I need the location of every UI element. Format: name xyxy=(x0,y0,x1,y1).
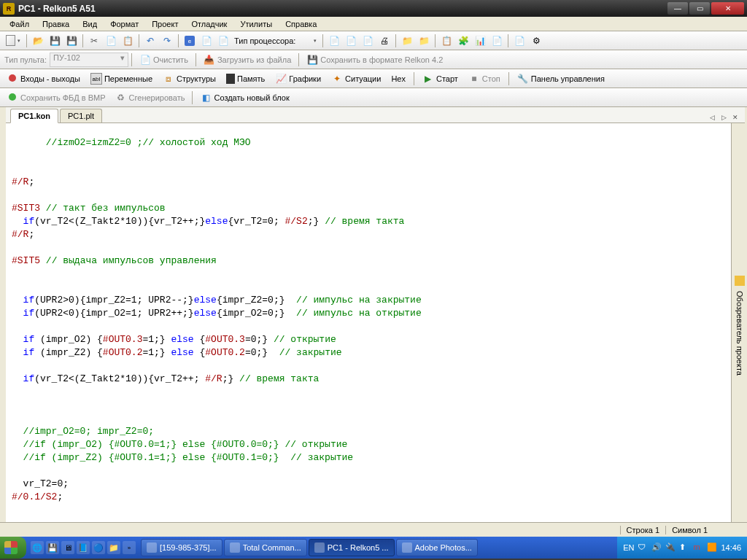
save-button[interactable]: 💾 xyxy=(47,33,63,49)
clear-button[interactable]: 📄Очистить xyxy=(135,52,193,68)
new-button[interactable] xyxy=(2,33,18,49)
ql-4[interactable]: 📘 xyxy=(77,541,90,554)
project-explorer-tab[interactable]: Обозреватель проекта xyxy=(731,123,745,522)
tab-next-icon[interactable]: ▷ xyxy=(719,112,729,122)
minimize-button[interactable]: — xyxy=(667,2,688,15)
code-editor[interactable]: //izmO2=izmZ2=0 ;// холостой ход МЭО #/R… xyxy=(6,123,731,522)
taskbar-item-0[interactable]: [159-985-375]... xyxy=(141,539,222,556)
code-line[interactable]: //impr_O2=0; impr_Z2=0; xyxy=(12,425,725,438)
tray-icon-2[interactable]: 🔊 xyxy=(651,542,662,553)
code-line[interactable] xyxy=(12,320,725,333)
copy-button[interactable]: 📄 xyxy=(103,33,119,49)
doc-b-button[interactable]: 📄 xyxy=(215,33,231,49)
tb-btn-6[interactable]: 📁 xyxy=(416,33,432,49)
code-line[interactable]: //izmO2=izmZ2=0 ;// холостой ход МЭО xyxy=(12,136,725,149)
code-line[interactable] xyxy=(12,464,725,478)
open-button[interactable]: 📂 xyxy=(30,33,46,49)
code-line[interactable]: //if (impr_O2) {#OUT0.0=1;} else {#OUT0.… xyxy=(12,438,725,451)
tb-btn-11[interactable]: 📄 xyxy=(511,33,527,49)
tab-close-icon[interactable]: ✕ xyxy=(730,112,740,122)
menu-debug[interactable]: Отладчик xyxy=(185,18,233,30)
code-line[interactable] xyxy=(12,268,725,281)
stop-button[interactable]: ■Стоп xyxy=(464,71,505,87)
doc-a-button[interactable]: 📄 xyxy=(198,33,214,49)
code-line[interactable]: #SIT3 // такт без импульсов xyxy=(12,202,725,215)
tb-btn-9[interactable]: 📊 xyxy=(472,33,488,49)
saveall-button[interactable]: 💾 xyxy=(63,33,80,49)
code-line[interactable]: //if (impr_Z2) {#OUT0.1=1;} else {#OUT0.… xyxy=(12,451,725,464)
tab-pc1-plt[interactable]: PC1.plt xyxy=(60,109,102,122)
code-line[interactable] xyxy=(12,149,725,163)
taskbar-item-1[interactable]: Total Comman... xyxy=(224,539,307,556)
ql-more[interactable]: » xyxy=(123,541,136,554)
structs-button[interactable]: ⧈Структуры xyxy=(158,71,220,87)
newblock-button[interactable]: ◧Создать новый блок xyxy=(196,90,293,106)
taskbar-item-2[interactable]: PC1 - Relkon5 ... xyxy=(309,539,395,556)
code-line[interactable]: #/0.1/S2; xyxy=(12,491,725,504)
close-button[interactable]: ✕ xyxy=(711,2,744,15)
tray-clock[interactable]: 14:46 xyxy=(721,543,741,552)
tray-lang[interactable]: EN xyxy=(623,543,634,552)
code-line[interactable]: if (impr_Z2) {#OUT0.2=1;} else {#OUT0.2=… xyxy=(12,346,725,359)
code-line[interactable]: #/R; xyxy=(12,176,725,189)
vars-button[interactable]: ablПеременные xyxy=(86,71,157,87)
console-combo[interactable]: ПУ-102 xyxy=(50,52,128,67)
cut-button[interactable]: ✂ xyxy=(86,33,102,49)
hex-button[interactable]: Hex xyxy=(387,71,410,87)
tb-btn-8[interactable]: 🧩 xyxy=(455,33,471,49)
globe-button[interactable]: e xyxy=(182,33,198,49)
mem-button[interactable]: Память xyxy=(222,71,269,87)
code-line[interactable]: if(UPR2>0){impr_Z2=1; UPR2--;}else{impr_… xyxy=(12,294,725,307)
code-line[interactable]: if(UPR2<0){impr_O2=1; UPR2++;}else{impr_… xyxy=(12,307,725,320)
code-line[interactable]: vr_T2=0; xyxy=(12,478,725,491)
ql-3[interactable]: 🖥 xyxy=(61,541,74,554)
redo-button[interactable]: ↷ xyxy=(159,33,175,49)
start-button[interactable]: ▶Старт xyxy=(418,71,462,87)
code-line[interactable] xyxy=(12,189,725,202)
menu-help[interactable]: Справка xyxy=(279,18,323,30)
io-button[interactable]: Входы - выходы xyxy=(2,71,85,87)
tray-icon-5[interactable]: m xyxy=(693,542,703,553)
code-line[interactable] xyxy=(12,386,725,399)
tb-btn-4[interactable]: 🖨 xyxy=(376,33,392,49)
menu-file[interactable]: Файл xyxy=(3,18,36,30)
tb-btn-10[interactable]: 📄 xyxy=(489,33,505,49)
tray-icon-3[interactable]: 🔌 xyxy=(665,542,676,553)
code-line[interactable] xyxy=(12,241,725,254)
ql-1[interactable]: 🌐 xyxy=(31,541,44,554)
code-line[interactable] xyxy=(12,412,725,425)
menu-project[interactable]: Проект xyxy=(145,18,185,30)
ql-5[interactable]: 🔵 xyxy=(92,541,105,554)
ql-6[interactable]: 📁 xyxy=(107,541,120,554)
tb-btn-3[interactable]: 📄 xyxy=(360,33,376,49)
code-line[interactable] xyxy=(12,399,725,412)
code-line[interactable]: #SIT5 // выдача импульсов управления xyxy=(12,254,725,268)
menu-edit[interactable]: Правка xyxy=(36,18,76,30)
undo-button[interactable]: ↶ xyxy=(142,33,158,49)
menu-utils[interactable]: Утилиты xyxy=(233,18,279,30)
tb-btn-5[interactable]: 📁 xyxy=(399,33,415,49)
tb-btn-1[interactable]: 📄 xyxy=(326,33,342,49)
save-format-button[interactable]: 💾Сохранить в формате Relkon 4.2 xyxy=(302,52,447,68)
taskbar-item-3[interactable]: Adobe Photos... xyxy=(396,539,478,556)
tray-icon-1[interactable]: 🛡 xyxy=(638,542,648,553)
sit-button[interactable]: ✦Ситуации xyxy=(327,71,385,87)
save-fbd-button[interactable]: Сохранить ФБД в BMP xyxy=(2,90,110,106)
code-line[interactable]: #/R; xyxy=(12,228,725,241)
code-line[interactable] xyxy=(12,163,725,176)
tab-prev-icon[interactable]: ◁ xyxy=(707,112,717,122)
panel-button[interactable]: 🔧Панель управления xyxy=(513,71,609,87)
system-tray[interactable]: EN 🛡 🔊 🔌 ⬆ m 🟧 14:46 xyxy=(617,537,747,559)
tb-btn-2[interactable]: 📄 xyxy=(343,33,359,49)
tray-icon-4[interactable]: ⬆ xyxy=(679,542,689,553)
tray-icon-6[interactable]: 🟧 xyxy=(707,542,717,553)
regen-button[interactable]: ♻Сгенерировать xyxy=(111,90,190,106)
maximize-button[interactable]: ▭ xyxy=(689,2,710,15)
tb-btn-12[interactable]: ⚙ xyxy=(528,33,544,49)
code-line[interactable]: if (impr_O2) {#OUT0.3=1;} else {#OUT0.3=… xyxy=(12,333,725,346)
tab-pc1-kon[interactable]: PC1.kon xyxy=(10,109,58,123)
ql-2[interactable]: 💾 xyxy=(46,541,59,554)
code-line[interactable]: if(vr_T2<(Z_Takt2*10)){vr_T2++; #/R;} //… xyxy=(12,373,725,386)
paste-button[interactable]: 📋 xyxy=(120,33,136,49)
code-line[interactable]: if(vr_T2<(Z_Takt2*10)){vr_T2++;}else{vr_… xyxy=(12,215,725,228)
